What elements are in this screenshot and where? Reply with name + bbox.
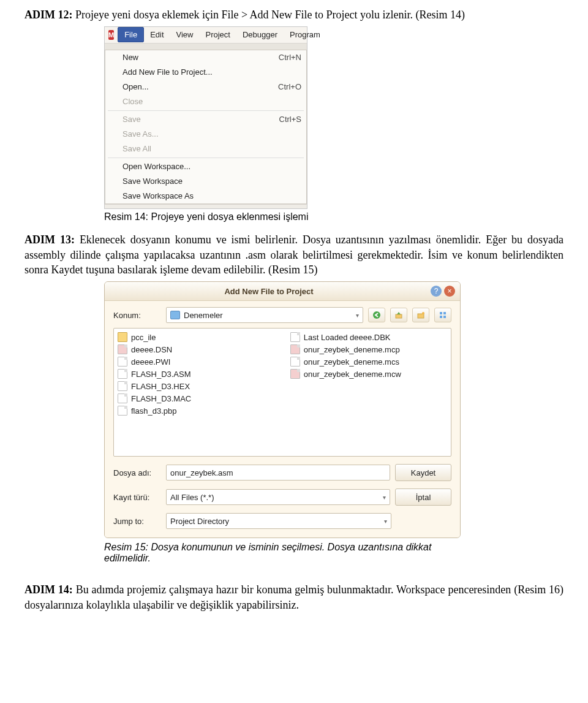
close-icon[interactable]: × [444,286,455,297]
figure-14-caption: Resim 14: Projeye yeni dosya eklenmesi i… [104,211,349,222]
list-item-label: FLASH_D3.MAC [131,394,191,403]
shortcut: Ctrl+S [279,115,301,124]
view-menu-button[interactable] [434,308,451,322]
filetype-label: Kayıt türü: [113,493,161,502]
step-13-body: Eklenecek dosyanın konumu ve ismi belirl… [24,234,564,276]
shortcut: Ctrl+N [279,53,301,62]
menu-item-label: New [123,53,138,62]
step-14-text: ADIM 14: Bu adımda projemiz çalışmaya ha… [24,582,564,613]
menu-debugger[interactable]: Debugger [236,28,284,42]
svg-rect-2 [418,314,424,318]
menu-item-save-as: Save As... [105,127,306,142]
menu-view[interactable]: View [170,28,200,42]
location-value: Denemeler [184,311,223,320]
list-item[interactable]: Last Loaded deeee.DBK [289,331,448,343]
list-item[interactable]: deeee.PWI [116,355,276,368]
figure-file-menu: M File Edit View Project Debugger Progra… [104,26,307,209]
file-icon [118,406,127,416]
folder-icon [170,311,180,319]
list-item-label: onur_zeybek_deneme.mcp [304,345,400,354]
filename-row: Dosya adı: onur_zeybek.asm Kaydet [113,464,451,481]
jumpto-combo[interactable]: Project Directory▾ [166,513,391,529]
window-chrome-bottom [105,204,307,208]
menu-separator [108,158,304,158]
list-item-label: Last Loaded deeee.DBK [304,333,391,342]
list-item[interactable]: FLASH_D3.MAC [116,392,276,405]
svg-rect-7 [443,316,446,318]
file-icon [290,369,300,379]
dialog-body: Konum: Denemeler ▾ pcc_iledeeee.DSNdeeee… [105,301,460,538]
filetype-value: All Files (*.*) [170,493,214,502]
location-row: Konum: Denemeler ▾ [113,307,451,323]
file-icon [118,344,127,354]
file-icon [290,344,300,354]
list-item[interactable]: flash_d3.pbp [116,405,276,417]
file-icon [118,381,127,391]
svg-point-0 [373,311,380,319]
list-item-label: flash_d3.pbp [131,406,176,416]
menu-item-label: Open Workspace... [123,162,190,171]
step-14-label: ADIM 14: [24,583,73,596]
menu-item-label: Open... [123,82,149,91]
menu-item-label: Add New File to Project... [123,67,213,77]
app-icon: M [108,30,114,40]
menu-edit[interactable]: Edit [144,28,170,42]
list-item-label: pcc_ile [131,333,156,342]
list-item[interactable]: deeee.DSN [116,343,276,355]
menu-item-add-new-file[interactable]: Add New File to Project... [105,65,306,80]
file-icon [118,357,127,367]
menu-item-save-all: Save All [105,142,306,156]
menu-item-save-workspace[interactable]: Save Workspace [105,174,306,189]
help-icon[interactable]: ? [431,286,442,297]
location-label: Konum: [113,311,161,320]
menu-separator [108,110,304,111]
step-13-text: ADIM 13: Eklenecek dosyanın konumu ve is… [24,232,564,278]
jumpto-value: Project Directory [170,517,229,526]
menu-item-open[interactable]: Open...Ctrl+O [105,80,306,94]
dialog-title-bar: Add New File to Project ? × [105,282,460,301]
list-item[interactable]: onur_zeybek_deneme.mcs [289,355,448,368]
shortcut: Ctrl+O [278,82,301,91]
new-folder-button[interactable] [412,308,429,322]
figure-save-dialog: Add New File to Project ? × Konum: Denem… [104,281,461,538]
list-item[interactable]: pcc_ile [116,331,276,343]
menu-item-open-workspace[interactable]: Open Workspace... [105,159,306,174]
list-item[interactable]: onur_zeybek_deneme.mcw [289,368,448,380]
filename-value: onur_zeybek.asm [170,468,233,477]
menu-project[interactable]: Project [199,28,236,42]
file-list-column: pcc_iledeeee.DSNdeeee.PWIFLASH_D3.ASMFLA… [116,331,276,454]
file-icon [118,393,127,403]
save-button[interactable]: Kaydet [395,464,451,481]
back-button[interactable] [368,308,385,322]
menu-item-new[interactable]: NewCtrl+N [105,50,306,65]
svg-rect-4 [440,312,442,314]
up-one-level-button[interactable] [390,308,407,322]
menu-item-save-workspace-as[interactable]: Save Workspace As [105,189,306,203]
file-icon [290,357,300,367]
list-item[interactable]: FLASH_D3.HEX [116,380,276,392]
file-list[interactable]: pcc_iledeeee.DSNdeeee.PWIFLASH_D3.ASMFLA… [113,328,451,457]
jumpto-label: Jump to: [113,517,161,526]
file-list-column: Last Loaded deeee.DBKonur_zeybek_deneme.… [289,331,448,454]
step-14-body: Bu adımda projemiz çalışmaya hazır bir k… [24,583,564,611]
menu-item-close: Close [105,94,306,109]
list-item[interactable]: FLASH_D3.ASM [116,368,276,380]
menu-item-label: Save [123,115,141,124]
list-item-label: deeee.DSN [131,345,172,354]
menu-item-label: Close [123,97,143,106]
menu-file[interactable]: File [118,27,144,42]
cancel-button[interactable]: İptal [395,488,451,506]
list-item-label: FLASH_D3.ASM [131,370,191,379]
menu-bar: M File Edit View Project Debugger Progra… [105,27,307,44]
filename-input[interactable]: onur_zeybek.asm [166,465,390,481]
menu-item-save: SaveCtrl+S [105,112,306,127]
filetype-combo[interactable]: All Files (*.*)▾ [166,489,390,505]
menu-program[interactable]: Program [284,28,326,42]
list-item[interactable]: onur_zeybek_deneme.mcp [289,343,448,355]
step-12-label: ADIM 12: [24,9,73,21]
location-combo[interactable]: Denemeler ▾ [166,307,363,323]
file-icon [290,332,300,342]
menu-item-label: Save As... [123,129,159,139]
menu-item-label: Save Workspace As [123,191,194,200]
jumpto-row: Jump to: Project Directory▾ [113,513,451,529]
